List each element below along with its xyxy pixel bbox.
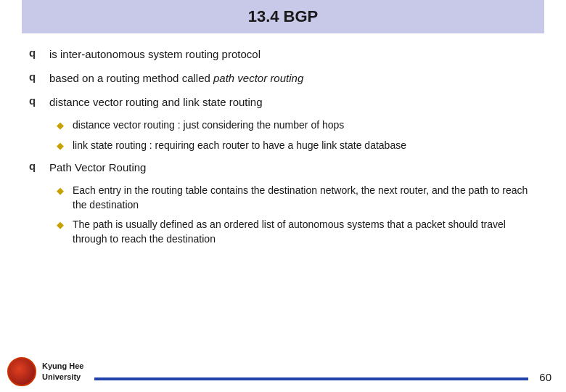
sub-bullets-3: ◆ distance vector routing : just conside… (57, 118, 537, 152)
sub-bullet-3-2: ◆ link state routing : requiring each ro… (57, 139, 537, 153)
bullet-text-2-italic: path vector routing (213, 72, 303, 84)
sub-bullets-4: ◆ Each entry in the routing table contai… (57, 184, 537, 246)
sub-bullet-4-2: ◆ The path is usually defined as an orde… (57, 218, 537, 246)
university-logo (7, 357, 36, 386)
content-area: q is inter-autonomous system routing pro… (22, 46, 544, 247)
bullet-text-2: based on a routing method called path ve… (49, 70, 303, 86)
sub-bullet-3-1: ◆ distance vector routing : just conside… (57, 118, 537, 133)
diamond-icon-3-1: ◆ (57, 120, 67, 131)
bullet-text-3: distance vector routing and link state r… (49, 94, 263, 110)
bullet-marker-2: q (29, 70, 42, 83)
bullet-marker-3: q (29, 94, 42, 107)
university-name-line2: University (42, 372, 83, 383)
sub-text-3-2: link state routing : requiring each rout… (73, 139, 406, 153)
sub-text-3-1: distance vector routing : just consideri… (73, 118, 344, 133)
bullet-item-3: q distance vector routing and link state… (29, 94, 537, 110)
bullet-item-2: q based on a routing method called path … (29, 70, 537, 86)
logo-area: Kyung Hee University (7, 357, 83, 386)
slide: 13.4 BGP q is inter-autonomous system ro… (0, 0, 566, 392)
sub-bullet-4-1: ◆ Each entry in the routing table contai… (57, 184, 537, 212)
slide-title: 13.4 BGP (248, 7, 319, 25)
bullet-text-4: Path Vector Routing (49, 160, 146, 175)
bullet-item-4: q Path Vector Routing (29, 160, 537, 175)
bullet-item-1: q is inter-autonomous system routing pro… (29, 46, 537, 62)
footer-divider (94, 377, 528, 380)
bullet-marker-4: q (29, 160, 42, 172)
bullet-text-2-prefix: based on a routing method called (49, 72, 213, 84)
diamond-icon-4-1: ◆ (57, 185, 67, 196)
bullet-marker-1: q (29, 46, 42, 59)
diamond-icon-3-2: ◆ (57, 140, 67, 151)
footer: Kyung Hee University 60 (0, 357, 566, 392)
page-number: 60 (539, 371, 551, 383)
bullet-text-1: is inter-autonomous system routing proto… (49, 46, 261, 62)
diamond-icon-4-2: ◆ (57, 219, 67, 230)
title-bar: 13.4 BGP (22, 0, 544, 33)
university-name: Kyung Hee University (42, 361, 83, 383)
university-name-line1: Kyung Hee (42, 361, 83, 372)
sub-text-4-1: Each entry in the routing table contains… (73, 184, 537, 212)
sub-text-4-2: The path is usually defined as an ordere… (73, 218, 537, 246)
